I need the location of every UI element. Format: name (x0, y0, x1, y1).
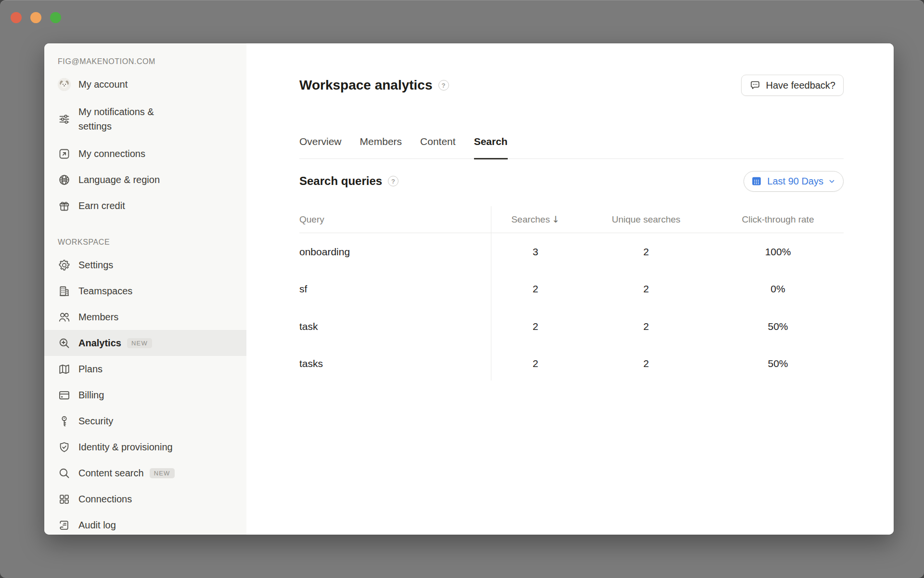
page-title: Workspace analytics (299, 78, 433, 93)
sidebar-item-label: Members (78, 310, 118, 324)
tab-members[interactable]: Members (360, 136, 402, 159)
account-menu: My account My notifications & settings M… (44, 71, 246, 219)
new-badge: NEW (127, 338, 152, 348)
search-queries-title: Search queries (299, 174, 382, 188)
sidebar-item-label: Content search (78, 466, 144, 480)
sidebar-item-label: Plans (78, 362, 103, 376)
map-icon (58, 363, 71, 376)
sidebar-item-label: My notifications & settings (78, 105, 189, 133)
zoom-window-button[interactable] (50, 12, 61, 23)
table-row[interactable]: sf 2 2 0% (299, 271, 844, 308)
sidebar-item-label: Analytics (78, 336, 121, 350)
column-divider (491, 206, 491, 381)
analytics-magnifier-icon (58, 337, 71, 350)
settings-dialog: FIG@MAKENOTION.COM My account My notific… (44, 43, 894, 535)
sidebar-item-label: My account (78, 77, 128, 92)
date-range-dropdown[interactable]: Last 90 Days (744, 171, 844, 192)
sliders-icon (58, 113, 71, 126)
table-row[interactable]: onboarding 3 2 100% (299, 233, 844, 271)
sidebar-item-security[interactable]: Security (44, 408, 246, 434)
table-row[interactable]: tasks 2 2 50% (299, 345, 844, 383)
search-queries-header: Search queries ? Last 90 Days (299, 171, 844, 192)
people-icon (58, 311, 71, 324)
calendar-icon (751, 175, 762, 187)
query-cell: sf (299, 283, 491, 295)
column-header-searches[interactable]: Searches↓ (491, 214, 580, 225)
sidebar-item-my-account[interactable]: My account (44, 71, 246, 97)
table-header-row: Query Searches↓ Unique searches Click-th… (299, 206, 844, 233)
sort-desc-arrow-icon: ↓ (552, 214, 560, 224)
sidebar-item-billing[interactable]: Billing (44, 382, 246, 408)
searches-cell: 2 (491, 321, 580, 332)
click-through-rate-cell: 0% (712, 283, 844, 295)
column-header-click-through-rate[interactable]: Click-through rate (712, 214, 844, 225)
sidebar-item-label: Audit log (78, 518, 116, 532)
credit-card-icon (58, 389, 71, 402)
gear-icon (58, 259, 71, 272)
help-icon[interactable]: ? (388, 176, 398, 186)
page-header: Workspace analytics ? Have feedback? (299, 74, 844, 96)
help-icon[interactable]: ? (438, 80, 449, 91)
column-header-unique-searches[interactable]: Unique searches (580, 214, 712, 225)
sidebar-item-label: Security (78, 414, 113, 428)
tab-search[interactable]: Search (474, 136, 508, 159)
globe-icon (58, 173, 71, 186)
sidebar-item-label: Identity & provisioning (78, 440, 173, 454)
analytics-panel: Workspace analytics ? Have feedback? Ove… (246, 43, 894, 535)
sidebar-item-label: Billing (78, 388, 104, 402)
speech-bubble-icon (749, 79, 761, 91)
analytics-tabs: Overview Members Content Search (299, 136, 844, 159)
tab-overview[interactable]: Overview (299, 136, 342, 159)
have-feedback-button[interactable]: Have feedback? (741, 75, 844, 96)
scroll-icon (58, 519, 71, 532)
sidebar-item-language-region[interactable]: Language & region (44, 167, 246, 193)
workspace-menu: Settings Teamspaces Members (44, 252, 246, 535)
unique-searches-cell: 2 (580, 246, 712, 258)
grid-icon (58, 493, 71, 506)
sidebar-item-plans[interactable]: Plans (44, 356, 246, 382)
query-cell: onboarding (299, 246, 491, 258)
minimize-window-button[interactable] (30, 12, 41, 23)
sidebar-item-earn-credit[interactable]: Earn credit (44, 193, 246, 219)
sidebar-item-label: Connections (78, 492, 132, 506)
new-badge: NEW (150, 468, 175, 478)
click-through-rate-cell: 50% (712, 358, 844, 369)
sidebar-item-content-search[interactable]: Content search NEW (44, 460, 246, 486)
sidebar-item-members[interactable]: Members (44, 304, 246, 330)
column-header-query[interactable]: Query (299, 214, 491, 225)
unique-searches-cell: 2 (580, 283, 712, 295)
sidebar-item-label: Settings (78, 258, 113, 272)
sidebar-item-label: Language & region (78, 172, 160, 187)
settings-sidebar: FIG@MAKENOTION.COM My account My notific… (44, 43, 246, 535)
sidebar-item-analytics[interactable]: Analytics NEW (44, 330, 246, 356)
sidebar-item-my-connections[interactable]: My connections (44, 141, 246, 167)
sidebar-item-audit-log[interactable]: Audit log (44, 512, 246, 535)
workspace-section-label: WORKSPACE (44, 237, 246, 248)
sidebar-item-settings[interactable]: Settings (44, 252, 246, 278)
building-icon (58, 285, 71, 298)
searches-cell: 2 (491, 283, 580, 295)
window-titlebar[interactable] (0, 0, 924, 35)
gift-icon (58, 199, 71, 212)
date-range-value: Last 90 Days (767, 176, 823, 187)
searches-cell: 3 (491, 246, 580, 258)
click-through-rate-cell: 50% (712, 321, 844, 332)
chevron-down-icon (828, 178, 835, 185)
search-queries-table: Query Searches↓ Unique searches Click-th… (299, 206, 844, 382)
sidebar-item-label: Teamspaces (78, 284, 132, 298)
shield-check-icon (58, 441, 71, 454)
tab-content[interactable]: Content (420, 136, 456, 159)
unique-searches-cell: 2 (580, 321, 712, 332)
sidebar-item-connections[interactable]: Connections (44, 486, 246, 512)
account-section-label: FIG@MAKENOTION.COM (44, 56, 246, 67)
app-window: FIG@MAKENOTION.COM My account My notific… (0, 0, 924, 578)
table-row[interactable]: task 2 2 50% (299, 308, 844, 345)
sidebar-item-my-notifications-settings[interactable]: My notifications & settings (44, 97, 246, 141)
key-icon (58, 415, 71, 428)
query-cell: task (299, 321, 491, 332)
close-window-button[interactable] (11, 12, 22, 23)
sidebar-item-teamspaces[interactable]: Teamspaces (44, 278, 246, 304)
sidebar-item-identity-provisioning[interactable]: Identity & provisioning (44, 434, 246, 460)
sidebar-item-label: Earn credit (78, 198, 125, 213)
magnifier-icon (58, 467, 71, 480)
